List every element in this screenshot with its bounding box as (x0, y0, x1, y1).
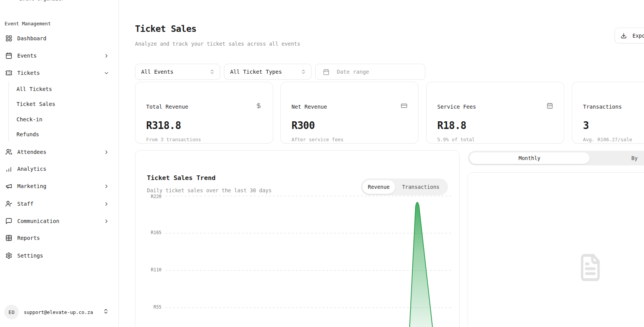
avatar: EO (4, 305, 19, 319)
stat-value: R18.8 (437, 120, 466, 131)
date-range-placeholder: Date range (337, 69, 369, 75)
subitem-label: Check-in (16, 116, 42, 122)
date-range-picker[interactable]: Date range (315, 64, 425, 80)
calendar-days-icon (547, 102, 553, 109)
ticket-type-filter-select[interactable]: All Ticket Types (224, 64, 311, 80)
sidebar-item-label: Communication (17, 218, 59, 224)
sidebar-item-label: Attendees (17, 149, 46, 155)
stat-label: Total Revenue (146, 104, 188, 110)
chevron-right-icon (104, 201, 109, 207)
tab-monthly[interactable]: Monthly (469, 152, 590, 164)
file-text-icon (578, 253, 603, 282)
org-name: Event Organizer (19, 0, 64, 2)
breakdown-panel-card (468, 172, 644, 327)
stat-label: Net Revenue (292, 104, 327, 110)
total-revenue-card: Total Revenue R318.8 From 3 transactions (135, 82, 273, 144)
submenu-indent-line (8, 81, 9, 141)
sidebar-item-analytics[interactable]: Analytics (5, 161, 115, 177)
sidebar-item-communication[interactable]: Communication (5, 213, 115, 229)
chevron-right-icon (104, 183, 109, 189)
sidebar-subitem-check-in[interactable]: Check-in (16, 114, 42, 125)
download-icon (621, 33, 627, 39)
user-check-icon (5, 200, 12, 207)
sidebar: Event Organizer Event Management Dashboa… (0, 0, 119, 327)
page-subtitle: Analyze and track your ticket sales acro… (135, 41, 300, 47)
ticket-type-filter-value: All Ticket Types (230, 69, 282, 75)
sidebar-item-label: Tickets (17, 70, 40, 76)
sidebar-item-label: Analytics (17, 166, 46, 172)
sidebar-item-label: Events (17, 53, 37, 59)
sidebar-item-events[interactable]: Events (5, 48, 115, 63)
breakdown-period-toggle: Monthly By (468, 151, 644, 165)
stat-subtext: From 3 transactions (146, 137, 201, 142)
message-square-icon (5, 218, 12, 225)
sidebar-item-marketing[interactable]: Marketing (5, 178, 115, 194)
sidebar-subitem-refunds[interactable]: Refunds (16, 129, 39, 140)
sidebar-item-settings[interactable]: Settings (5, 248, 115, 263)
subitem-label: Ticket Sales (16, 101, 55, 107)
page-title: Ticket Sales (135, 24, 196, 34)
sidebar-item-attendees[interactable]: Attendees (5, 144, 115, 160)
calendar-icon (323, 69, 329, 75)
calendar-icon (5, 52, 12, 59)
layout-grid-icon (5, 35, 12, 42)
chevron-right-icon (104, 149, 109, 155)
sidebar-item-label: Staff (17, 201, 33, 207)
transactions-card: Transactions 3 Avg. R106.27/sale (572, 82, 644, 144)
credit-card-icon (401, 102, 407, 109)
sidebar-item-staff[interactable]: Staff (5, 196, 115, 211)
chevrons-up-down-icon (103, 308, 109, 314)
chevron-right-icon (104, 218, 109, 224)
megaphone-icon (5, 183, 12, 190)
event-filter-select[interactable]: All Events (135, 64, 220, 80)
stat-subtext: Avg. R106.27/sale (583, 137, 632, 142)
gear-icon (5, 252, 12, 259)
subitem-label: All Tickets (16, 86, 52, 92)
ticket-icon (5, 69, 12, 76)
sidebar-item-label: Settings (17, 253, 43, 259)
chevrons-up-down-icon (209, 69, 215, 74)
stat-label: Transactions (583, 104, 622, 110)
event-filter-value: All Events (141, 69, 173, 75)
sidebar-item-label: Dashboard (17, 35, 46, 41)
sidebar-item-reports[interactable]: Reports (5, 230, 115, 246)
chevron-right-icon (104, 53, 109, 59)
avatar-initials: EO (8, 309, 15, 315)
chevrons-up-down-icon (301, 69, 306, 74)
dollar-sign-icon (255, 102, 262, 109)
users-icon (5, 149, 12, 155)
net-revenue-card: Net Revenue R300 After service fees (280, 82, 418, 144)
stat-value: R318.8 (146, 120, 181, 131)
sidebar-subitem-ticket-sales[interactable]: Ticket Sales (16, 98, 55, 110)
ticket-sales-trend-card: Ticket Sales Trend Daily ticket sales ov… (135, 150, 460, 327)
chevron-down-icon (104, 70, 109, 76)
export-button[interactable]: Export (614, 28, 644, 43)
sidebar-item-dashboard[interactable]: Dashboard (5, 31, 115, 46)
subitem-label: Refunds (16, 131, 39, 137)
revenue-area-spike (135, 150, 460, 327)
export-button-label: Export (632, 33, 644, 39)
tab-by[interactable]: By (631, 151, 637, 165)
sidebar-item-label: Reports (17, 235, 40, 241)
sidebar-item-tickets[interactable]: Tickets (5, 65, 115, 81)
user-email: support@elevate-up.co.za (24, 309, 93, 315)
stat-value: R300 (292, 120, 315, 131)
sidebar-subitem-all-tickets[interactable]: All Tickets (16, 83, 52, 95)
sidebar-section-label: Event Management (5, 21, 51, 26)
stat-value: 3 (583, 120, 589, 131)
sidebar-item-label: Marketing (17, 183, 46, 189)
stat-label: Service Fees (437, 104, 476, 110)
bar-chart-icon (5, 165, 12, 172)
ticket-sales-page: { "sidebar": { "org_name": "Event Organi… (0, 0, 644, 327)
service-fees-card: Service Fees R18.8 5.9% of total (426, 82, 564, 144)
table-icon (5, 235, 12, 241)
sidebar-user-menu[interactable]: EO support@elevate-up.co.za (0, 298, 119, 327)
stat-subtext: After service fees (292, 137, 343, 142)
stat-subtext: 5.9% of total (437, 137, 475, 142)
